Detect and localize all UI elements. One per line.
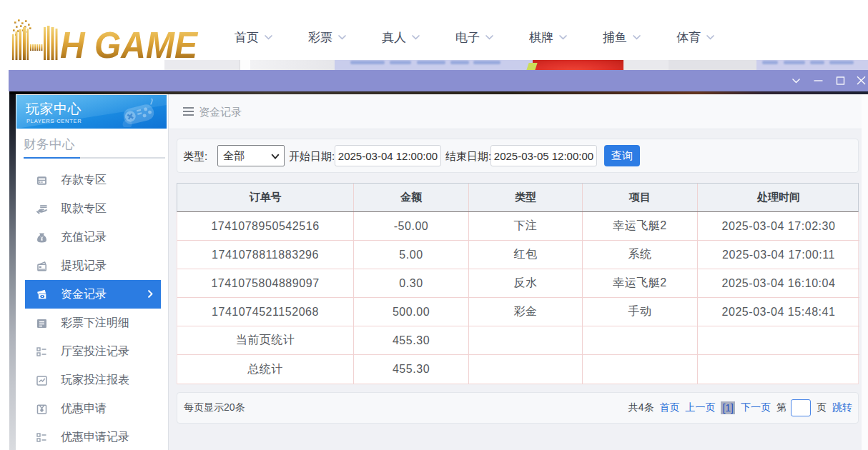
section-underline-accent xyxy=(24,157,80,159)
menu-toggle-bar xyxy=(183,107,194,109)
table-cell: 下注 xyxy=(469,212,583,241)
table-cell: 手动 xyxy=(583,298,698,326)
svg-text:H GAME: H GAME xyxy=(60,24,198,64)
search-button[interactable]: 查询 xyxy=(604,145,640,166)
table-cell: 1741075804889097 xyxy=(177,269,354,298)
chevron-down-icon xyxy=(264,34,273,40)
next-page-link[interactable]: 下一页 xyxy=(741,401,771,414)
dialog-close-icon[interactable] xyxy=(856,76,867,86)
sidebar-item-label: 玩家投注报表 xyxy=(61,373,129,388)
menu-toggle-icon[interactable] xyxy=(183,107,194,116)
breadcrumb: 资金记录 xyxy=(199,106,242,119)
nav-item-5[interactable]: 捕鱼 xyxy=(603,29,641,46)
table-cell xyxy=(698,326,859,355)
page-right-strip xyxy=(862,94,868,450)
sidebar-item-icon xyxy=(36,403,48,415)
sidebar-section-underline xyxy=(24,157,165,159)
banner-fragment xyxy=(669,60,756,70)
table-cell: 0.30 xyxy=(354,269,469,298)
screen: H GAME 首页彩票真人电子棋牌捕鱼体育 玩家中心 PLAYERS CENTE… xyxy=(0,0,868,450)
banner-text-blur xyxy=(450,61,469,64)
prev-page-link[interactable]: 上一页 xyxy=(685,401,715,414)
main-content: 资金记录 类型: 全部 开始日期: 2025-03-04 12:00:00 结束… xyxy=(169,94,862,450)
table-cell: 幸运飞艇2 xyxy=(583,212,698,241)
table-cell: 彩金 xyxy=(469,298,583,326)
nav-label: 电子 xyxy=(455,29,480,46)
sidebar-item-7[interactable]: 玩家投注报表 xyxy=(25,366,161,394)
sidebar-item-icon xyxy=(36,260,48,272)
table-row: 1741074521152068500.00彩金手动2025-03-04 15:… xyxy=(177,298,858,326)
sidebar-item-icon xyxy=(36,231,48,244)
sidebar-title: 玩家中心 xyxy=(26,100,82,119)
player-center-sidebar: 玩家中心 PLAYERS CENTER 财务中心 存款专区取款专区充值记录提现记… xyxy=(16,94,169,450)
column-header: 金额 xyxy=(354,184,469,211)
start-date-label: 开始日期: xyxy=(289,150,335,164)
sidebar-item-label: 优惠申请 xyxy=(61,401,107,416)
first-page-link[interactable]: 首页 xyxy=(659,401,679,414)
table-row: 17410788118832965.00红包系统2025-03-04 17:00… xyxy=(177,241,858,269)
breadcrumb-bar: 资金记录 xyxy=(169,94,862,129)
select-chevron-icon xyxy=(271,154,280,159)
table-cell: 1741078811883296 xyxy=(177,241,354,269)
sidebar-item-3[interactable]: 提现记录 xyxy=(25,251,161,280)
jump-link[interactable]: 跳转 xyxy=(832,401,852,414)
site-logo[interactable]: H GAME xyxy=(6,17,199,64)
table-cell: 2025-03-04 16:10:04 xyxy=(698,269,859,298)
nav-item-3[interactable]: 电子 xyxy=(455,29,494,46)
chevron-down-icon xyxy=(558,34,568,40)
table-cell: 455.30 xyxy=(354,326,469,355)
menu-toggle-bar xyxy=(183,114,194,116)
gamepad-icon xyxy=(109,99,166,127)
dialog-maximize-icon[interactable] xyxy=(835,76,846,86)
page-number-input[interactable] xyxy=(791,399,811,416)
sidebar-item-label: 存款专区 xyxy=(61,173,107,188)
table-cell xyxy=(583,355,698,384)
sidebar-item-1[interactable]: 取款专区 xyxy=(25,194,161,223)
sidebar-item-label: 厅室投注记录 xyxy=(61,344,129,359)
banner-text-blur xyxy=(350,61,385,64)
table-cell: 幸运飞艇2 xyxy=(583,269,698,298)
sidebar-item-0[interactable]: 存款专区 xyxy=(25,166,161,194)
table-cell: 2025-03-04 17:00:11 xyxy=(698,241,859,269)
banner-text-blur xyxy=(762,61,778,64)
total-count: 共4条 xyxy=(628,401,654,414)
pagination-bar: 每页显示20条 共4条 首页 上一页 [1] 下一页 第 页 跳转 xyxy=(177,392,859,424)
nav-item-2[interactable]: 真人 xyxy=(382,29,420,46)
nav-item-0[interactable]: 首页 xyxy=(235,29,273,46)
column-header: 项目 xyxy=(583,184,698,211)
nav-label: 真人 xyxy=(382,29,406,46)
table-row: 1741078950542516-50.00下注幸运飞艇22025-03-04 … xyxy=(177,212,858,241)
banner-text-blur xyxy=(473,61,500,64)
table-cell: -50.00 xyxy=(354,212,469,241)
nav-item-1[interactable]: 彩票 xyxy=(308,29,347,46)
sidebar-item-icon xyxy=(36,374,48,386)
sidebar-item-4[interactable]: 资金记录 xyxy=(25,280,161,309)
sidebar-item-5[interactable]: 彩票下注明细 xyxy=(25,309,161,337)
dialog-collapse-icon[interactable] xyxy=(791,76,802,86)
nav-label: 捕鱼 xyxy=(603,29,627,46)
table-cell: 反水 xyxy=(469,269,583,298)
dialog-titlebar[interactable] xyxy=(9,70,868,91)
table-cell: 2025-03-04 17:02:30 xyxy=(698,212,859,241)
start-date-input[interactable]: 2025-03-04 12:00:00 xyxy=(335,145,441,166)
sidebar-item-2[interactable]: 充值记录 xyxy=(25,223,161,251)
sidebar-item-9[interactable]: 优惠申请记录 xyxy=(25,423,161,450)
end-date-input[interactable]: 2025-03-05 12:00:00 xyxy=(490,145,597,166)
nav-item-4[interactable]: 棋牌 xyxy=(529,29,568,46)
sidebar-item-icon xyxy=(36,174,48,186)
nav-item-6[interactable]: 体育 xyxy=(676,29,715,46)
table-cell: 1741074521152068 xyxy=(177,298,354,326)
type-select[interactable]: 全部 xyxy=(217,145,285,166)
dialog-minimize-icon[interactable] xyxy=(813,76,824,86)
table-cell xyxy=(469,355,583,384)
table-body: 1741078950542516-50.00下注幸运飞艇22025-03-04 … xyxy=(177,212,859,384)
banner-text-blur xyxy=(390,61,411,64)
sidebar-item-8[interactable]: 优惠申请 xyxy=(25,394,161,423)
banner-fragment xyxy=(164,60,240,70)
table-cell xyxy=(698,355,859,384)
nav-label: 体育 xyxy=(676,29,701,46)
sidebar-item-icon xyxy=(36,346,48,358)
sidebar-item-6[interactable]: 厅室投注记录 xyxy=(25,337,161,366)
table-row: 17410758048890970.30反水幸运飞艇22025-03-04 16… xyxy=(177,269,858,298)
table-cell xyxy=(469,326,583,355)
